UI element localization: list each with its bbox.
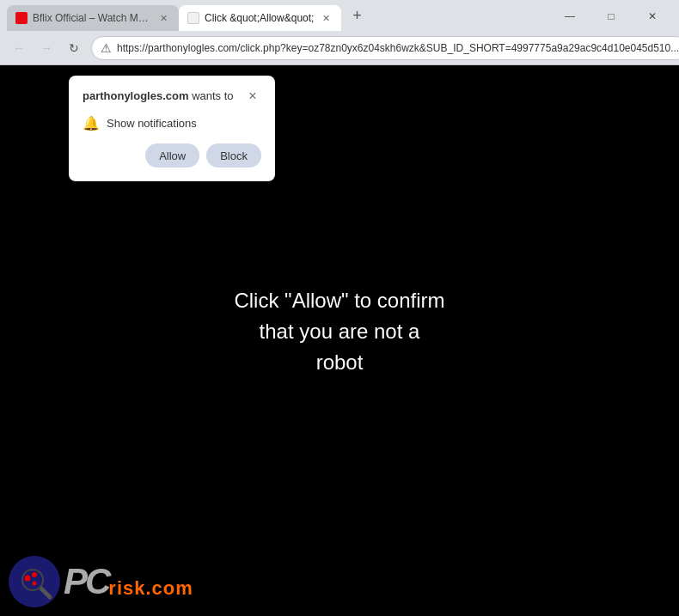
svg-point-3 xyxy=(25,576,31,582)
minimize-button[interactable]: — xyxy=(550,2,590,31)
message-line1: Click "Allow" to confirm xyxy=(234,289,444,312)
address-row: ← → ↻ ⚠ https://parthonylogles.com/click… xyxy=(0,31,679,65)
url-text: https://parthonylogles.com/click.php?key… xyxy=(117,42,679,54)
pcrisk-logo: PC risk.com xyxy=(9,556,193,607)
security-icon: ⚠ xyxy=(101,41,112,55)
nav-controls: ← → ↻ xyxy=(7,36,86,60)
notification-popup: parthonylogles.com wants to × 🔔 Show not… xyxy=(69,76,275,181)
message-line3: robot xyxy=(316,351,364,374)
main-message: Click "Allow" to confirm that you are no… xyxy=(168,285,511,378)
tab-bflix-title: Bflix Official – Watch Movies a... xyxy=(33,12,151,24)
tab-allow-close[interactable]: ✕ xyxy=(319,11,333,25)
add-tab-button[interactable]: + xyxy=(345,3,369,27)
allow-button[interactable]: Allow xyxy=(145,143,199,168)
popup-notification-row: 🔔 Show notifications xyxy=(83,115,261,131)
tabs-row: Bflix Official – Watch Movies a... ✕ Cli… xyxy=(0,0,679,31)
message-line2: that you are not a xyxy=(260,320,420,343)
bflix-favicon xyxy=(15,12,28,24)
popup-notification-text: Show notifications xyxy=(107,117,197,130)
maximize-button[interactable]: □ xyxy=(591,2,631,31)
address-bar[interactable]: ⚠ https://parthonylogles.com/click.php?k… xyxy=(91,36,679,60)
popup-title: parthonylogles.com wants to xyxy=(83,89,234,104)
tab-allow-title: Click &quot;Allow&quot; xyxy=(205,12,314,24)
page-content: parthonylogles.com wants to × 🔔 Show not… xyxy=(0,65,679,616)
popup-close-button[interactable]: × xyxy=(244,88,261,105)
popup-header: parthonylogles.com wants to × xyxy=(83,89,261,105)
popup-wants-to: wants to xyxy=(189,89,234,102)
forward-button[interactable]: → xyxy=(34,36,58,60)
popup-buttons: Allow Block xyxy=(83,143,261,168)
svg-point-5 xyxy=(33,582,37,586)
browser-frame: Bflix Official – Watch Movies a... ✕ Cli… xyxy=(0,0,679,616)
back-button[interactable]: ← xyxy=(7,36,31,60)
tab-bflix-close[interactable]: ✕ xyxy=(156,11,170,25)
close-button[interactable]: ✕ xyxy=(633,2,672,31)
bell-icon: 🔔 xyxy=(83,115,100,131)
svg-point-4 xyxy=(32,572,37,577)
pcrisk-text-area: PC risk.com xyxy=(64,564,193,600)
alert-favicon xyxy=(187,12,199,24)
tab-bflix[interactable]: Bflix Official – Watch Movies a... ✕ xyxy=(7,5,179,31)
window-controls: — □ ✕ xyxy=(550,2,672,31)
pcrisk-pc: PC xyxy=(64,564,108,600)
pcrisk-risk: risk.com xyxy=(108,579,193,598)
pcrisk-svg-icon xyxy=(15,563,53,601)
block-button[interactable]: Block xyxy=(206,143,261,168)
pcrisk-icon xyxy=(9,556,60,607)
reload-button[interactable]: ↻ xyxy=(62,36,86,60)
popup-domain: parthonylogles.com xyxy=(83,89,189,102)
tab-allow[interactable]: Click &quot;Allow&quot; ✕ xyxy=(179,5,341,31)
